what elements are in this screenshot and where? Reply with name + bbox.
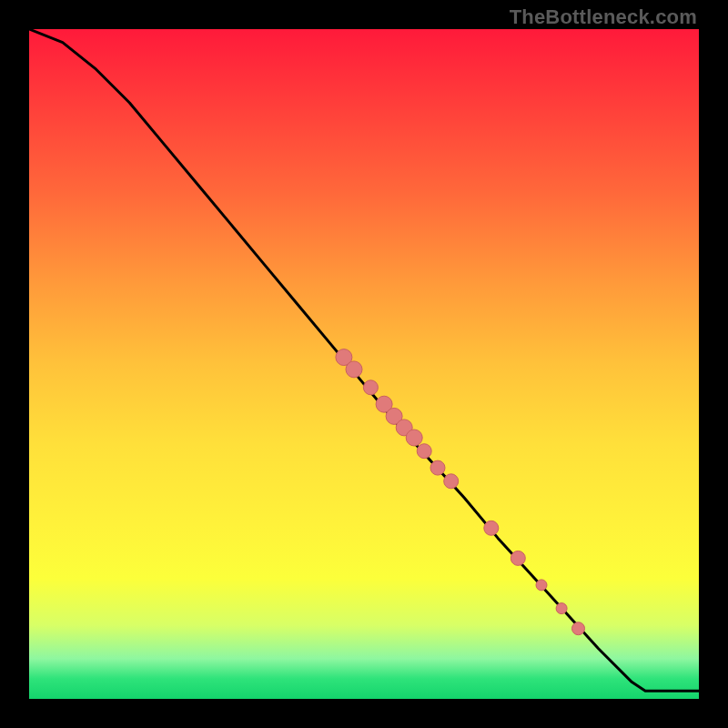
data-point (346, 361, 362, 378)
data-point (406, 430, 422, 446)
data-point (556, 603, 567, 614)
data-point (572, 622, 585, 635)
data-point (536, 580, 547, 591)
chart-svg (29, 29, 699, 699)
data-point (430, 460, 445, 475)
data-point (417, 444, 431, 459)
data-point (484, 521, 499, 535)
data-point (363, 380, 378, 395)
chart-frame: TheBottleneck.com (0, 0, 728, 728)
plot-area (29, 29, 699, 699)
curve-line (29, 29, 699, 691)
data-point (511, 551, 525, 565)
attribution-watermark: TheBottleneck.com (510, 5, 697, 29)
data-point (444, 474, 459, 489)
